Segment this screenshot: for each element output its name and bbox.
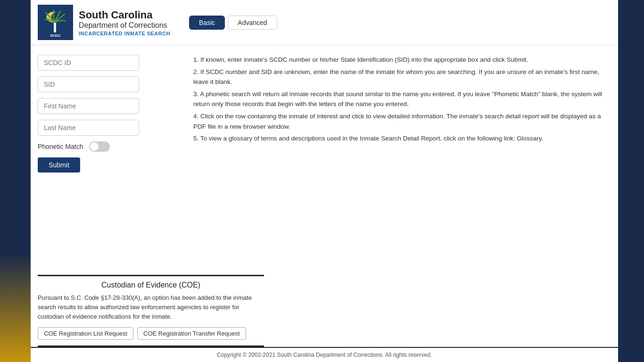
instruction-line-2: 2. If SCDC number and SID are unknown, e… <box>193 67 611 87</box>
main-content: SCDC South Carolina Department of Correc… <box>31 0 618 362</box>
logo-text-block: South Carolina Department of Corrections… <box>79 9 170 36</box>
header: SCDC South Carolina Department of Correc… <box>31 0 618 45</box>
first-name-input[interactable] <box>38 98 139 114</box>
search-form: Phonetic Match Submit <box>38 55 184 270</box>
left-sidebar <box>0 0 31 362</box>
toggle-slider <box>89 141 110 152</box>
instruction-line-1: 1. If known, enter inmate's SCDC number … <box>193 55 611 65</box>
svg-text:SCDC: SCDC <box>50 33 61 38</box>
org-subtitle: INCARCERATED INMATE SEARCH <box>79 31 170 36</box>
org-name: South Carolina <box>79 9 170 21</box>
submit-button[interactable]: Submit <box>38 157 80 173</box>
org-dept: Department of Corrections <box>79 21 170 30</box>
coe-title: Custodian of Evidence (COE) <box>38 276 264 293</box>
scdc-logo: SCDC <box>38 5 73 40</box>
phonetic-match-toggle[interactable] <box>89 141 110 152</box>
logo-container: SCDC South Carolina Department of Correc… <box>38 5 170 40</box>
coe-transfer-request-button[interactable]: COE Registration Transfer Request <box>137 327 246 340</box>
coe-list-request-button[interactable]: COE Registration List Request <box>38 327 133 340</box>
scdc-id-input[interactable] <box>38 55 139 71</box>
tab-advanced[interactable]: Advanced <box>228 16 277 30</box>
content-area: Phonetic Match Submit 1. If known, enter… <box>31 45 618 275</box>
sid-input[interactable] <box>38 76 139 92</box>
instruction-line-4: 4. Click on the row containing the inmat… <box>193 111 611 132</box>
instruction-line-3: 3. A phonetic search will return all inm… <box>193 89 611 109</box>
tab-basic[interactable]: Basic <box>189 16 225 30</box>
footer: Copyright © 2002-2021 South Carolina Dep… <box>31 347 618 362</box>
coe-body: Pursuant to S.C. Code §17-28-330(A), an … <box>38 293 264 321</box>
phonetic-match-label: Phonetic Match <box>38 143 83 150</box>
instruction-line-5: 5. To view a glossary of terms and descr… <box>193 133 611 144</box>
phonetic-row: Phonetic Match <box>38 141 184 152</box>
coe-buttons: COE Registration List Request COE Regist… <box>38 327 264 340</box>
right-sidebar <box>618 0 644 362</box>
tabs-container: Basic Advanced <box>189 16 277 30</box>
copyright-text: Copyright © 2002-2021 South Carolina Dep… <box>217 352 432 358</box>
svg-rect-1 <box>54 22 56 33</box>
instructions: 1. If known, enter inmate's SCDC number … <box>193 55 611 270</box>
last-name-input[interactable] <box>38 120 139 136</box>
